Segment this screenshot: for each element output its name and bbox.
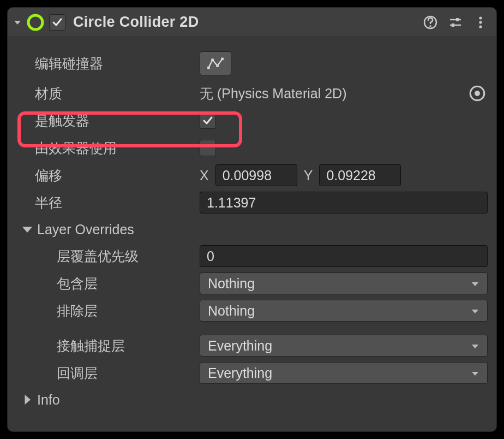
offset-x-input[interactable]: 0.00998	[215, 164, 297, 186]
include-layers-value: Nothing	[208, 276, 255, 292]
layer-priority-label: 层覆盖优先级	[16, 247, 200, 265]
svg-rect-13	[221, 58, 224, 61]
svg-rect-11	[211, 58, 214, 61]
radius-value: 1.11397	[207, 195, 256, 211]
offset-y-value: 0.09228	[326, 168, 375, 183]
component-foldout-toggle[interactable]	[11, 16, 24, 29]
contact-capture-layers-label: 接触捕捉层	[16, 337, 200, 355]
help-button[interactable]	[423, 15, 437, 29]
contact-capture-layers-value: Everything	[208, 338, 272, 354]
edit-collider-button[interactable]	[200, 51, 231, 75]
contact-capture-layers-row: 接触捕捉层 Everything	[16, 332, 488, 359]
chevron-down-icon	[471, 303, 479, 319]
radius-label: 半径	[16, 194, 200, 212]
edit-collider-row: 编辑碰撞器	[16, 47, 488, 80]
is-trigger-checkbox[interactable]	[200, 112, 216, 129]
component-body: 编辑碰撞器 材质 无 (Physics Material 2D)	[8, 37, 496, 418]
svg-point-7	[479, 16, 482, 19]
exclude-layers-label: 排除层	[16, 302, 200, 320]
is-trigger-row: 是触发器	[16, 107, 488, 134]
sliders-icon	[448, 15, 463, 29]
include-layers-label: 包含层	[16, 275, 200, 293]
chevron-down-icon	[471, 365, 479, 381]
chevron-down-icon	[13, 18, 22, 27]
layer-overrides-foldout[interactable]: Layer Overrides	[16, 216, 488, 242]
svg-point-8	[479, 21, 482, 23]
component-header-actions	[423, 15, 491, 29]
material-field[interactable]: 无 (Physics Material 2D)	[200, 84, 488, 103]
component-header: Circle Collider 2D	[8, 8, 496, 37]
offset-row: 偏移 X 0.00998 Y 0.09228	[16, 162, 488, 189]
callback-layers-value: Everything	[208, 365, 272, 381]
radius-input[interactable]: 1.11397	[200, 192, 488, 213]
chevron-down-icon	[471, 338, 479, 354]
presets-button[interactable]	[448, 15, 463, 29]
context-menu-button[interactable]	[473, 15, 488, 29]
callback-layers-dropdown[interactable]: Everything	[200, 362, 488, 384]
contact-capture-layers-dropdown[interactable]: Everything	[200, 335, 488, 357]
exclude-layers-dropdown[interactable]: Nothing	[200, 300, 488, 322]
circle-collider-2d-icon	[26, 13, 45, 32]
material-row: 材质 无 (Physics Material 2D)	[16, 80, 488, 107]
svg-point-9	[479, 25, 482, 28]
include-layers-row: 包含层 Nothing	[16, 270, 488, 297]
material-value: 无 (Physics Material 2D)	[200, 85, 461, 103]
component-title: Circle Collider 2D	[73, 14, 423, 31]
target-icon	[468, 84, 487, 103]
exclude-layers-value: Nothing	[208, 303, 255, 319]
svg-rect-6	[452, 23, 454, 27]
layer-priority-value: 0	[207, 248, 214, 264]
used-by-effector-row: 由效果器使用	[16, 134, 488, 162]
is-trigger-label: 是触发器	[16, 112, 200, 130]
svg-point-0	[28, 15, 43, 29]
component-enabled-checkbox[interactable]	[49, 14, 65, 31]
svg-point-15	[475, 91, 480, 96]
check-icon	[202, 115, 213, 126]
material-label: 材质	[16, 85, 200, 103]
chevron-right-icon	[21, 393, 34, 406]
layer-priority-row: 层覆盖优先级 0	[16, 242, 488, 270]
chevron-down-icon	[21, 223, 34, 236]
used-by-effector-label: 由效果器使用	[16, 139, 200, 157]
inspector-component-panel: Circle Collider 2D 编辑碰撞器	[8, 8, 496, 431]
svg-rect-4	[456, 18, 459, 21]
layer-priority-input[interactable]: 0	[200, 245, 488, 267]
check-icon	[52, 17, 63, 28]
callback-layers-label: 回调层	[16, 364, 200, 382]
layer-overrides-title: Layer Overrides	[37, 222, 134, 238]
offset-y-label: Y	[304, 168, 313, 183]
material-object-picker[interactable]	[468, 84, 487, 103]
callback-layers-row: 回调层 Everything	[16, 359, 488, 387]
edit-collider-label: 编辑碰撞器	[16, 55, 200, 73]
chevron-down-icon	[471, 276, 479, 292]
exclude-layers-row: 排除层 Nothing	[16, 297, 488, 324]
svg-point-2	[429, 25, 431, 27]
offset-y-input[interactable]: 0.09228	[319, 164, 401, 186]
info-foldout[interactable]: Info	[16, 387, 488, 413]
help-icon	[423, 15, 437, 29]
svg-rect-10	[207, 67, 210, 69]
include-layers-dropdown[interactable]: Nothing	[200, 272, 488, 294]
edit-collider-icon	[206, 56, 225, 71]
radius-row: 半径 1.11397	[16, 189, 488, 216]
used-by-effector-checkbox[interactable]	[200, 140, 216, 156]
info-title: Info	[37, 392, 60, 408]
offset-x-label: X	[200, 168, 209, 183]
offset-label: 偏移	[16, 167, 200, 185]
kebab-icon	[473, 15, 488, 29]
svg-rect-12	[216, 64, 219, 67]
offset-x-value: 0.00998	[223, 168, 272, 183]
